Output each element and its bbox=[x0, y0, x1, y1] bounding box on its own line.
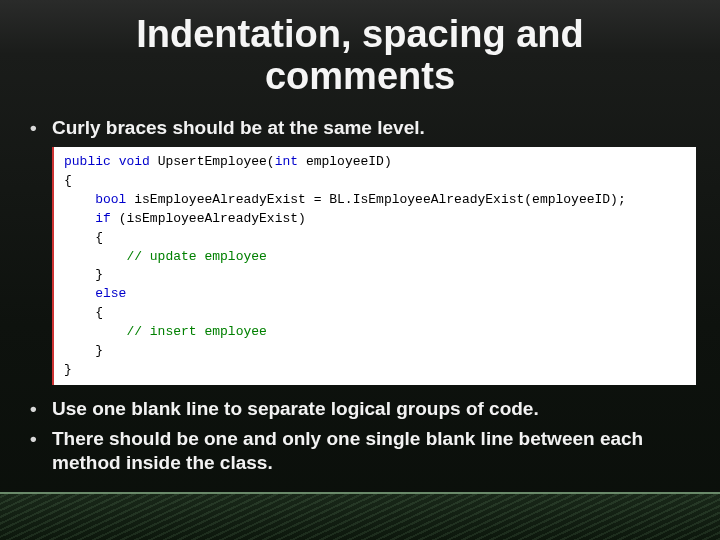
code-text: { bbox=[64, 230, 103, 245]
code-kw: int bbox=[275, 154, 298, 169]
code-text: { bbox=[64, 305, 103, 320]
code-text: } bbox=[64, 267, 103, 282]
code-kw: else bbox=[95, 286, 126, 301]
bullet-1: Curly braces should be at the same level… bbox=[24, 116, 696, 140]
code-text: employeeID) bbox=[298, 154, 392, 169]
code-comment: // insert employee bbox=[64, 324, 267, 339]
code-text: } bbox=[64, 362, 72, 377]
code-kw: void bbox=[119, 154, 150, 169]
code-kw: if bbox=[95, 211, 111, 226]
title-line-2: comments bbox=[265, 55, 455, 97]
bullet-list: Curly braces should be at the same level… bbox=[24, 116, 696, 140]
bullet-list-2: Use one blank line to separate logical g… bbox=[24, 397, 696, 474]
code-text: { bbox=[64, 173, 72, 188]
code-block: public void UpsertEmployee(int employeeI… bbox=[52, 147, 696, 385]
code-kw: bool bbox=[95, 192, 126, 207]
code-text: (isEmployeeAlreadyExist) bbox=[111, 211, 306, 226]
code-text: } bbox=[64, 343, 103, 358]
slide-title: Indentation, spacing and comments bbox=[0, 0, 720, 106]
code-text: isEmployeeAlreadyExist = BL.IsEmployeeAl… bbox=[126, 192, 625, 207]
code-kw: public bbox=[64, 154, 111, 169]
title-line-1: Indentation, spacing and bbox=[136, 13, 584, 55]
footer-decoration bbox=[0, 492, 720, 540]
code-comment: // update employee bbox=[64, 249, 267, 264]
bullet-3: There should be one and only one single … bbox=[24, 427, 696, 475]
slide-body: Curly braces should be at the same level… bbox=[0, 106, 720, 475]
bullet-2: Use one blank line to separate logical g… bbox=[24, 397, 696, 421]
slide: Indentation, spacing and comments Curly … bbox=[0, 0, 720, 540]
code-text: UpsertEmployee( bbox=[150, 154, 275, 169]
